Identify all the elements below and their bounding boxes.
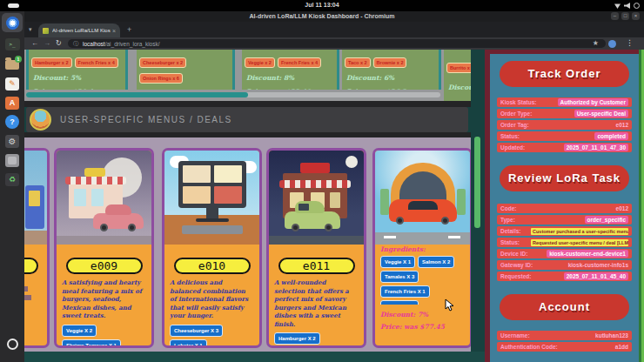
browser-menu-icon[interactable]: ⋮	[626, 38, 634, 47]
snap-store-icon: ♻	[5, 173, 19, 186]
menu-tag[interactable]: French Fries X 1	[380, 285, 430, 298]
review-lora-task-button[interactable]: Review LoRa Task	[500, 165, 629, 191]
horizontal-scrollbar[interactable]	[26, 92, 440, 97]
menu-card-description: A well-rounded selection that offers a p…	[274, 278, 359, 328]
section-title: USER-SPECIFIC MENUS / DEALS	[60, 115, 232, 124]
dock-item-text-editor[interactable]: ✎	[2, 74, 23, 93]
menu-card-discount: Discount: 7%	[380, 311, 465, 318]
forward-icon[interactable]: →	[44, 39, 50, 47]
row-label: Gateway ID:	[500, 262, 533, 268]
dock-item-snap-store[interactable]: ♻	[2, 170, 23, 189]
system-top-bar: Jul 11 13:04	[0, 0, 644, 11]
menu-card-price: Price: was $77.45	[380, 323, 465, 331]
dock-item-help[interactable]: ?	[2, 112, 23, 131]
site-info-icon[interactable]: ⓘ	[73, 40, 78, 48]
menu-card-ingredients[interactable]: Ingredients: Veggie X 1 Salmon X 2 Tamal…	[372, 148, 471, 348]
profile-avatar[interactable]	[608, 40, 616, 48]
menu-tag[interactable]: Shrimp Tempura X 1	[62, 339, 121, 349]
vertical-scrollbar[interactable]	[471, 50, 485, 352]
url-bar[interactable]: ⓘ localhost /ai_driven_lora_kiosk/	[68, 39, 606, 48]
review-row: Device ID: kiosk-customer-end-device1	[497, 249, 632, 258]
dock: >_ 1 ✎ A ? ⚙ ♻	[0, 11, 24, 362]
row-label: Authentication Code:	[500, 344, 558, 350]
dock-item-settings[interactable]: ⚙	[2, 131, 23, 151]
account-button[interactable]: Account	[500, 294, 629, 320]
account-row: Authentication Code: a1dd	[497, 342, 632, 352]
deal-card[interactable]: Taco x 2Brownie x 2 Discount: 6% Price: …	[342, 50, 441, 90]
tab-close-icon[interactable]: ×	[112, 28, 116, 34]
deal-discount: Discount: 5%	[31, 74, 123, 82]
dock-item-app-a[interactable]: A	[2, 93, 23, 112]
row-value: Authorized by Customer	[558, 98, 628, 106]
right-panel: Track Order Kiosk Status: Authorized by …	[485, 50, 644, 362]
text-editor-icon: ✎	[5, 77, 19, 90]
dock-item-terminal[interactable]: >_	[2, 35, 23, 54]
review-row: Requested: 2025_07_11_01_45_40	[497, 272, 632, 281]
back-icon[interactable]: ←	[31, 39, 38, 47]
menu-card-e009[interactable]: e009 A satisfying and hearty meal featur…	[54, 148, 154, 348]
url-path: /ai_driven_lora_kiosk/	[105, 41, 160, 47]
browser-tab[interactable]: AI-driven LoRa/LLM Kios ×	[38, 23, 120, 37]
dock-item-files[interactable]: 1	[2, 55, 23, 74]
system-clock[interactable]: Jul 11 13:04	[0, 2, 644, 8]
panel-inner: Track Order Kiosk Status: Authorized by …	[490, 54, 639, 362]
window-title: AI-driven LoRa/LLM Kiosk Dashboard - Chr…	[0, 13, 644, 19]
wifi-icon	[614, 3, 621, 9]
menu-tag[interactable]: Lobster X 1	[170, 339, 207, 349]
app-a-icon: A	[5, 97, 19, 110]
new-tab-button[interactable]: +	[127, 25, 131, 34]
dock-item-extra-app[interactable]	[2, 151, 23, 170]
gear-icon: ⚙	[5, 135, 19, 148]
review-row: Gateway ID: kiosk-customer-info1s	[497, 260, 632, 270]
review-row: Details: Customer purchased a user-speci…	[497, 226, 632, 236]
row-label: Requested:	[500, 273, 531, 279]
divider	[24, 101, 485, 107]
chromium-icon	[6, 17, 19, 30]
deal-card[interactable]: Burrito x 2 Discount:	[444, 50, 471, 101]
mouse-cursor	[445, 298, 454, 312]
window-title-bar: AI-driven LoRa/LLM Kiosk Dashboard - Chr…	[0, 11, 644, 22]
deal-card[interactable]: Cheeseburger x 2Onion Rings x 6 Discount…	[137, 50, 235, 90]
maximize-button[interactable]: □	[621, 12, 629, 20]
menu-card-e011[interactable]: e011 A well-rounded selection that offer…	[266, 148, 366, 348]
track-order-button[interactable]: Track Order	[500, 61, 629, 87]
row-value: 2025_07_11_01_47_30	[564, 144, 628, 151]
row-value: a1dd	[615, 344, 628, 350]
help-icon: ?	[5, 115, 19, 129]
menu-tag[interactable]: Veggie X 1	[380, 256, 415, 268]
row-label: Type:	[500, 217, 515, 223]
row-label: Order Type:	[500, 111, 532, 117]
menu-card-body: e010 A delicious and balanced combinatio…	[164, 258, 259, 348]
menu-card-description: A satisfying and hearty meal featuring a…	[62, 278, 146, 320]
menu-tag[interactable]: Tamales X 3	[380, 271, 419, 283]
menu-card-tags: Cheeseburger X 3 Lobster X 1 Onion Rings…	[170, 325, 254, 349]
menu-tag[interactable]: Cheeseburger X 3	[170, 325, 223, 337]
menu-tag[interactable]: Hamburger X 2	[274, 332, 320, 345]
tab-search-chevron-icon[interactable]: ▾	[29, 26, 32, 33]
horizontal-scrollbar-thumb[interactable]	[26, 92, 248, 97]
deal-tag: Taco x 2	[345, 57, 371, 68]
menu-tag[interactable]: Tamales X 1	[274, 347, 312, 348]
system-status-icons[interactable]	[614, 3, 640, 9]
minimize-button[interactable]: –	[611, 12, 619, 20]
menu-tag[interactable]: Veggie X 2	[62, 325, 97, 337]
dock-show-apps[interactable]	[2, 334, 23, 353]
menu-tag[interactable]: Salmon X 2	[418, 256, 454, 268]
menu-cards-row: e009 A satisfying and hearty meal featur…	[24, 137, 471, 352]
menu-tag[interactable]: Brownie X 2	[380, 300, 419, 305]
close-button[interactable]: ×	[632, 12, 640, 20]
bookmark-star-icon[interactable]: ★	[593, 39, 599, 47]
vertical-scrollbar-thumb[interactable]	[474, 137, 480, 228]
dock-item-chromium[interactable]	[2, 13, 23, 32]
extra-app-icon	[5, 154, 19, 167]
deal-tag: Burrito x 2	[446, 63, 471, 73]
reload-icon[interactable]: ↻	[56, 39, 62, 47]
url-host: localhost	[83, 41, 105, 47]
menu-card-description: A delicious and balanced combination of …	[170, 278, 254, 320]
menu-card-e010[interactable]: e010 A delicious and balanced combinatio…	[162, 148, 262, 348]
deal-tag: Hamburger x 2	[31, 57, 72, 68]
menu-card-body: e009 A satisfying and hearty meal featur…	[57, 258, 151, 348]
deal-card[interactable]: Hamburger x 2French Fries x 4 Discount: …	[26, 50, 128, 90]
deal-card[interactable]: Veggie x 2French Fries x 4 Discount: 8% …	[242, 50, 339, 90]
menu-card-partial-left[interactable]	[24, 148, 50, 348]
